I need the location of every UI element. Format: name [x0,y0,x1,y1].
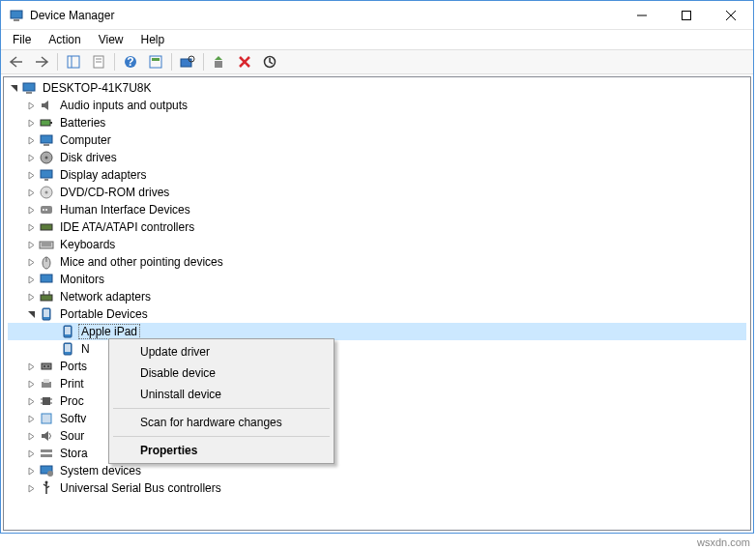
tree-category-label: Ports [58,360,89,373]
menu-help[interactable]: Help [133,31,173,48]
chevron-right-icon[interactable] [25,378,37,390]
tree-category[interactable]: Computer [8,131,746,149]
chevron-right-icon[interactable] [25,274,37,285]
maximize-button[interactable] [664,1,709,29]
chevron-right-icon[interactable] [25,152,37,163]
chevron-right-icon[interactable] [25,430,37,442]
context-properties[interactable]: Properties [111,440,332,461]
tree-category[interactable]: Disk drives [8,149,746,166]
properties-button[interactable] [87,51,110,72]
chevron-right-icon[interactable] [25,413,37,424]
chevron-down-icon[interactable] [8,82,19,94]
chevron-right-icon[interactable] [25,256,37,268]
context-scan-hardware[interactable]: Scan for hardware changes [111,412,332,433]
chevron-right-icon[interactable] [25,169,37,181]
computer-icon [39,132,54,148]
chevron-right-icon[interactable] [25,134,37,146]
disk-icon [39,150,54,165]
tree-category[interactable]: IDE ATA/ATAPI controllers [8,218,746,236]
chevron-right-icon[interactable] [25,239,37,250]
tree-category[interactable]: Universal Serial Bus controllers [8,479,746,497]
svg-rect-56 [44,379,49,383]
tree-category[interactable]: Audio inputs and outputs [8,97,746,114]
tree-category[interactable]: Keyboards [8,236,746,253]
portable-icon [39,306,54,322]
svg-point-34 [43,209,44,211]
titlebar: Device Manager [1,1,753,30]
tree-category[interactable]: System devices [8,462,746,479]
chevron-right-icon[interactable] [25,482,37,494]
forward-button[interactable] [30,51,53,72]
toolbar-separator [114,53,115,71]
menu-view[interactable]: View [91,31,131,48]
svg-rect-57 [43,397,50,405]
menubar: File Action View Help [1,30,753,49]
close-button[interactable] [709,1,753,29]
hid-icon [39,202,54,217]
tree-category-label: Disk drives [58,151,119,164]
chevron-down-icon[interactable] [25,308,37,320]
tree-category-label: Human Interface Devices [58,203,192,217]
svg-point-67 [45,481,48,484]
help-button[interactable]: ? [119,51,142,72]
context-menu: Update driver Disable device Uninstall d… [108,338,334,464]
svg-rect-42 [41,275,52,282]
tree-category[interactable]: Batteries [8,114,746,131]
svg-rect-15 [181,59,191,67]
chevron-right-icon[interactable] [25,291,37,303]
tree-category-label: Network adapters [58,290,153,304]
svg-rect-23 [41,120,50,126]
context-uninstall-device[interactable]: Uninstall device [111,384,332,405]
action-button[interactable] [144,51,167,72]
tree-category-label: IDE ATA/ATAPI controllers [58,220,196,234]
tree-category[interactable]: Network adapters [8,288,746,305]
tree-category[interactable]: Display adapters [8,166,746,184]
tree-category[interactable]: Mice and other pointing devices [8,253,746,271]
tree-category[interactable]: Portable Devices [8,305,746,323]
show-hide-tree-button[interactable] [62,51,85,72]
svg-rect-13 [150,56,161,68]
tree-category[interactable]: Monitors [8,271,746,288]
tree-category-label: Sour [58,429,86,443]
chevron-right-icon[interactable] [25,221,37,233]
display-icon [39,167,54,183]
minimize-button[interactable] [620,1,664,29]
scan-hardware-button[interactable] [176,51,199,72]
app-icon [9,8,24,23]
context-update-driver[interactable]: Update driver [111,341,332,362]
chevron-right-icon[interactable] [25,187,37,198]
battery-icon [39,115,54,130]
svg-rect-43 [41,295,52,301]
printer-icon [39,376,54,391]
update-driver-button[interactable] [208,51,231,72]
portable-icon [60,324,75,339]
svg-point-32 [45,191,48,194]
port-icon [39,359,54,374]
tree-category-label: Print [58,377,86,391]
svg-rect-47 [44,309,49,317]
back-button[interactable] [5,51,28,72]
svg-rect-6 [68,56,79,68]
context-disable-device[interactable]: Disable device [111,362,332,384]
svg-rect-24 [50,122,52,124]
chevron-right-icon[interactable] [25,465,37,477]
speaker-icon [39,98,54,113]
chevron-right-icon[interactable] [25,448,37,459]
tree-category-label: Universal Serial Bus controllers [58,481,223,495]
tree-root[interactable]: DESKTOP-41K7U8K [8,79,746,97]
chevron-right-icon[interactable] [25,361,37,372]
context-separator [113,436,330,437]
chevron-right-icon[interactable] [25,100,37,111]
chevron-right-icon[interactable] [25,395,37,407]
chevron-right-icon[interactable] [25,204,37,216]
tree-category-label: Softv [58,412,88,425]
tree-category[interactable]: DVD/CD-ROM drives [8,184,746,201]
menu-file[interactable]: File [5,31,39,48]
disable-button[interactable] [258,51,281,72]
uninstall-button[interactable] [233,51,256,72]
svg-rect-63 [41,449,52,452]
chevron-right-icon[interactable] [25,117,37,129]
tree-category-label: Audio inputs and outputs [58,99,189,112]
tree-category[interactable]: Human Interface Devices [8,201,746,218]
menu-action[interactable]: Action [41,31,88,48]
